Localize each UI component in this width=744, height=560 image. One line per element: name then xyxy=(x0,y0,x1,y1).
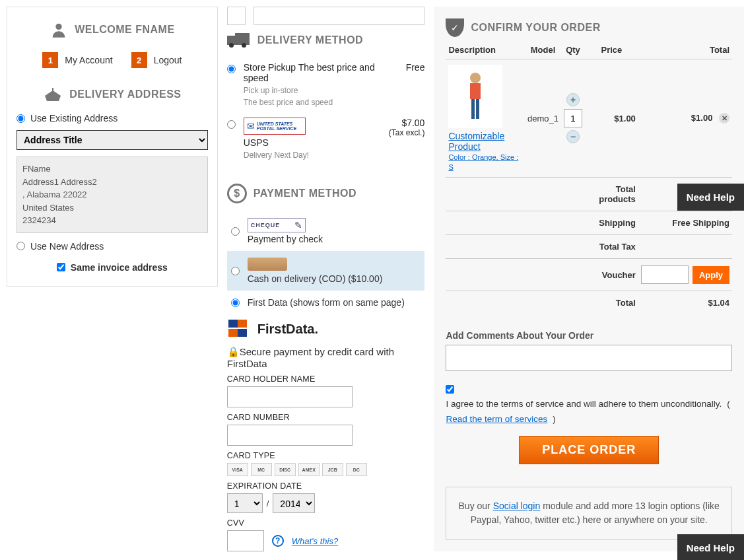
svg-point-2 xyxy=(470,73,481,83)
shipping-payment-panel: DELIVERY METHOD Store Pickup The best pr… xyxy=(227,7,425,551)
model-cell: demo_1 xyxy=(525,59,561,178)
use-new-address[interactable]: Use New Address xyxy=(17,241,208,252)
use-existing-address[interactable]: Use Existing Address xyxy=(17,113,208,123)
social-login-link[interactable]: Social login xyxy=(493,501,541,511)
qty-decrease-button[interactable]: − xyxy=(566,130,580,143)
exp-year-select[interactable]: 2014 xyxy=(273,493,315,513)
amex-icon[interactable]: AMEX xyxy=(298,463,320,476)
secure-payment-text: 🔒Secure payment by credit card with Firs… xyxy=(227,346,425,369)
card-number-input[interactable] xyxy=(227,425,353,446)
order-summary-table: Description Model Qty Price Total Custom… xyxy=(446,41,732,314)
diners-icon[interactable]: DC xyxy=(346,463,367,476)
need-help-tab[interactable]: Need Help xyxy=(677,534,744,558)
whats-this-link[interactable]: What's this? xyxy=(292,536,338,546)
tos-checkbox[interactable] xyxy=(446,385,454,394)
cheque-icon: CHEQUE ✎ xyxy=(248,218,306,232)
need-help-tab[interactable]: Need Help xyxy=(677,184,744,211)
delivery-option-store-pickup[interactable]: Store Pickup The best price and speed Pi… xyxy=(227,57,425,112)
visa-icon[interactable]: VISA xyxy=(227,463,248,476)
promo-banner: Buy our Social login module and add more… xyxy=(446,487,732,540)
delivery-address-header: DELIVERY ADDRESS xyxy=(17,87,208,102)
remove-item-button[interactable]: ✕ xyxy=(719,113,729,123)
welcome-title: WELCOME FNAME xyxy=(75,24,174,36)
dollar-icon: $ xyxy=(227,184,247,203)
place-order-button[interactable]: PLACE ORDER xyxy=(519,436,659,464)
exp-month-select[interactable]: 1 xyxy=(227,493,263,513)
progress-placeholder xyxy=(227,7,425,25)
svg-rect-3 xyxy=(470,83,481,99)
payment-cheque[interactable]: CHEQUE ✎ Payment by check xyxy=(227,211,425,251)
discover-icon[interactable]: DISC xyxy=(275,463,296,476)
cvv-input[interactable] xyxy=(227,530,264,551)
shield-check-icon: ✓ xyxy=(446,18,464,37)
svg-point-0 xyxy=(56,24,62,30)
card-holder-input[interactable] xyxy=(227,386,353,407)
payment-method-header: $ PAYMENT METHOD xyxy=(227,184,425,203)
lock-icon: 🔒 xyxy=(227,346,240,357)
firstdata-logo: FirstData. xyxy=(228,320,425,338)
svg-rect-4 xyxy=(471,99,475,119)
account-steps: 1 My Account 2 Logout xyxy=(17,52,208,68)
product-link[interactable]: Customizable Product xyxy=(448,131,522,152)
product-attrs-link[interactable]: Color : Orange, Size : S xyxy=(448,153,518,171)
jcb-icon[interactable]: JCB xyxy=(322,463,343,476)
payment-firstdata[interactable]: First Data (shows form on same page) xyxy=(227,291,425,314)
delivery-method-header: DELIVERY METHOD xyxy=(227,33,425,48)
voucher-input[interactable] xyxy=(641,265,689,284)
usps-logo: ✉ UNITED STATES POSTAL SERVICE xyxy=(244,118,306,135)
svg-rect-1 xyxy=(52,88,53,92)
confirm-order-panel: ✓ CONFIRM YOUR ORDER Description Model Q… xyxy=(434,7,744,551)
cod-icon xyxy=(248,258,287,271)
ship-icon xyxy=(43,87,63,102)
card-type-icons: VISA MC DISC AMEX JCB DC xyxy=(227,463,425,476)
order-comments-input[interactable] xyxy=(446,345,732,371)
welcome-header: WELCOME FNAME xyxy=(17,20,208,39)
step-logout[interactable]: 2 Logout xyxy=(131,52,182,68)
delivery-option-usps[interactable]: ✉ UNITED STATES POSTAL SERVICE USPS Deli… xyxy=(227,112,425,165)
svg-rect-5 xyxy=(476,99,479,119)
step-my-account[interactable]: 1 My Account xyxy=(42,52,112,68)
product-image xyxy=(448,65,502,128)
tos-link[interactable]: Read the term of services xyxy=(446,414,547,424)
confirm-order-header: ✓ CONFIRM YOUR ORDER xyxy=(446,18,732,37)
address-display: FName Address1 Address2 , Alabama 22022 … xyxy=(17,157,208,233)
mastercard-icon[interactable]: MC xyxy=(251,463,272,476)
qty-increase-button[interactable]: + xyxy=(566,93,580,106)
payment-cod[interactable]: Cash on delivery (COD) ($10.00) xyxy=(227,251,425,291)
person-icon xyxy=(50,20,68,39)
apply-voucher-button[interactable]: Apply xyxy=(693,266,729,284)
help-icon[interactable]: ? xyxy=(272,535,284,547)
order-row: Customizable Product Color : Orange, Siz… xyxy=(446,59,732,178)
address-select[interactable]: Address Title xyxy=(17,130,208,150)
account-panel: WELCOME FNAME 1 My Account 2 Logout DELI… xyxy=(7,7,218,287)
same-invoice-checkbox[interactable]: Same invoice address xyxy=(17,262,208,273)
truck-icon xyxy=(227,33,251,48)
qty-input[interactable] xyxy=(564,109,582,127)
